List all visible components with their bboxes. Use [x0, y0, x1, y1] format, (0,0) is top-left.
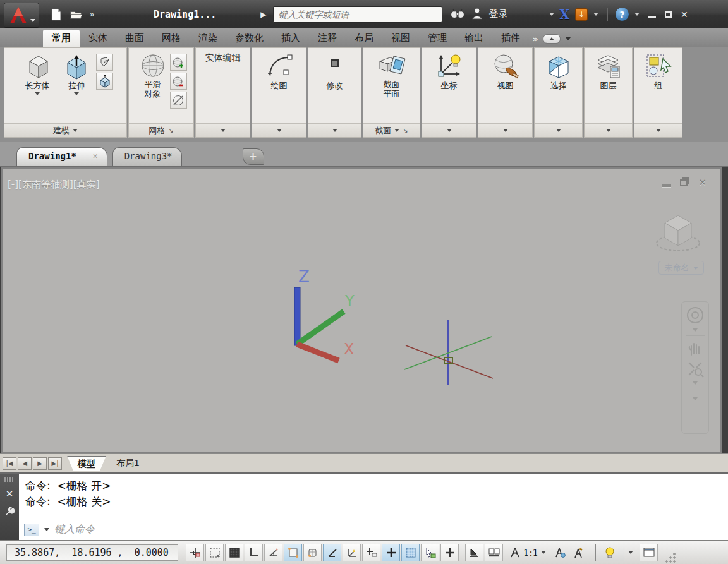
quick-properties-toggle[interactable]	[421, 544, 439, 561]
exchange-icon[interactable]: X	[560, 7, 570, 22]
signin-dropdown-icon[interactable]	[549, 13, 554, 16]
draw-panel-button[interactable]: 绘图	[260, 50, 299, 123]
recent-commands-icon[interactable]	[44, 528, 49, 531]
extrude-button[interactable]: 拉伸	[57, 50, 96, 123]
infer-constraints-toggle[interactable]	[186, 544, 204, 561]
command-close-icon[interactable]: ✕	[6, 488, 14, 500]
3d-object-snap-toggle[interactable]	[303, 544, 322, 561]
help-search-input[interactable]	[273, 6, 442, 23]
command-input-placeholder[interactable]: 键入命令	[54, 523, 95, 536]
prev-layout-icon[interactable]: ◀	[18, 457, 32, 470]
smooth-object-button[interactable]: 平滑对象	[136, 50, 170, 123]
first-layout-icon[interactable]: |◀	[3, 457, 16, 470]
new-drawing-tab-button[interactable]: +	[243, 148, 264, 165]
annotation-visibility-button[interactable]	[551, 544, 569, 561]
tab-surface[interactable]: 曲面	[116, 30, 153, 47]
application-menu-button[interactable]	[4, 3, 39, 28]
viewport-controls-label[interactable]: [-][东南等轴测][真实]	[8, 179, 100, 191]
annotation-scale-dropdown-icon[interactable]	[541, 551, 546, 554]
tab-insert[interactable]: 插入	[272, 30, 309, 47]
close-button[interactable]: ✕	[681, 10, 688, 19]
maximize-button[interactable]	[665, 11, 672, 18]
panel-footer-section[interactable]: 截面 ↘	[363, 123, 420, 137]
file-tab-close-icon[interactable]: ✕	[93, 151, 98, 160]
mesh-dialog-launcher-icon[interactable]: ↘	[168, 127, 173, 134]
zoom-extents-icon[interactable]	[686, 360, 704, 378]
user-icon[interactable]	[471, 7, 483, 22]
viewcube[interactable]	[653, 207, 703, 262]
viewport-close-icon[interactable]: ✕	[698, 178, 707, 188]
object-snap-tracking-toggle[interactable]	[323, 544, 341, 561]
command-prompt-icon[interactable]: >_	[24, 524, 39, 536]
extrude-faces-button[interactable]	[96, 73, 113, 90]
isolate-dropdown-icon[interactable]	[628, 551, 633, 554]
qat-expand-icon[interactable]: »	[90, 9, 94, 19]
panel-footer-modeling[interactable]: 建模	[4, 123, 126, 137]
solid-editing-label[interactable]: 实体编辑	[205, 50, 241, 123]
box-dropdown-icon[interactable]	[35, 92, 40, 95]
resize-grip[interactable]	[664, 551, 677, 564]
ortho-mode-toggle[interactable]	[245, 544, 263, 561]
viewport-minimize-icon[interactable]	[662, 184, 671, 187]
selection-cycling-toggle[interactable]	[440, 544, 459, 561]
model-space-button[interactable]	[465, 544, 483, 561]
file-tab-drawing3[interactable]: Drawing3*	[112, 147, 182, 166]
new-file-icon[interactable]	[49, 8, 63, 21]
steering-wheel-icon[interactable]	[686, 306, 705, 325]
navbar-more-icon[interactable]	[693, 397, 698, 400]
presspull-button[interactable]	[96, 54, 113, 71]
isolate-objects-button[interactable]	[595, 544, 624, 561]
polar-tracking-toggle[interactable]	[264, 544, 282, 561]
panel-footer-modify[interactable]	[308, 123, 361, 137]
selection-panel-button[interactable]: 选择	[539, 50, 578, 123]
panel-footer-solid-editing[interactable]	[196, 123, 250, 137]
drawing-viewport[interactable]: [-][东南等轴测][真实] ✕ 未命名	[1, 167, 722, 453]
tab-plugins[interactable]: 插件	[492, 30, 529, 47]
quick-view-layouts-button[interactable]	[485, 544, 503, 561]
zoom-dropdown-icon[interactable]	[693, 381, 698, 385]
view-panel-button[interactable]: 视图	[486, 50, 525, 123]
clean-screen-button[interactable]	[640, 544, 658, 561]
layout1-tab[interactable]: 布局1	[106, 456, 150, 471]
tab-mesh[interactable]: 网格	[153, 30, 190, 47]
layers-panel-button[interactable]: 图层	[589, 50, 628, 123]
apps-dropdown-icon[interactable]	[593, 13, 598, 16]
annotation-scale-control[interactable]: 1:1	[509, 547, 546, 558]
dynamic-input-toggle[interactable]	[362, 544, 380, 561]
search-binoculars-icon[interactable]	[450, 7, 465, 22]
tab-parametric[interactable]: 参数化	[226, 30, 272, 47]
sign-in-button[interactable]: 登录	[489, 8, 508, 20]
tab-solid[interactable]: 实体	[80, 30, 116, 47]
panel-footer-groups[interactable]	[634, 123, 682, 137]
smooth-more-button[interactable]	[170, 54, 187, 71]
groups-panel-button[interactable]: 组	[639, 50, 678, 123]
tab-manage[interactable]: 管理	[419, 30, 456, 47]
help-dropdown-icon[interactable]	[634, 13, 640, 16]
modify-panel-button[interactable]: 修改	[315, 50, 355, 123]
smooth-less-button[interactable]	[170, 73, 187, 90]
exchange-apps-icon[interactable]: ↓	[575, 8, 588, 21]
model-tab[interactable]: 模型	[67, 456, 106, 471]
ribbon-minimize-dropdown-icon[interactable]	[566, 37, 571, 40]
viewport-restore-icon[interactable]	[680, 177, 689, 188]
tab-layout[interactable]: 布局	[346, 30, 382, 47]
minimize-button[interactable]	[648, 16, 656, 18]
navbar-dropdown-icon[interactable]	[693, 328, 698, 332]
file-tab-drawing1[interactable]: Drawing1* ✕	[16, 147, 107, 166]
viewcube-ucs-menu[interactable]: 未命名	[658, 261, 704, 275]
tab-render[interactable]: 渲染	[190, 30, 226, 47]
snap-mode-toggle[interactable]	[205, 544, 224, 561]
next-layout-icon[interactable]: ▶	[33, 457, 47, 470]
extrude-dropdown-icon[interactable]	[74, 92, 79, 95]
help-icon[interactable]: ?	[616, 8, 629, 21]
drag-handle-icon[interactable]	[4, 477, 15, 482]
lineweight-toggle[interactable]	[382, 544, 400, 561]
panel-footer-coordinates[interactable]	[422, 123, 476, 137]
panel-footer-mesh[interactable]: 网格 ↘	[129, 123, 193, 137]
ribbon-minimize-button[interactable]	[543, 34, 561, 44]
title-expand-icon[interactable]: ▶	[260, 10, 266, 19]
panel-footer-draw[interactable]	[252, 123, 306, 137]
tabs-overflow-icon[interactable]: »	[533, 34, 538, 44]
command-panel-grip[interactable]: ✕	[0, 474, 19, 540]
section-dialog-launcher-icon[interactable]: ↘	[403, 127, 408, 134]
